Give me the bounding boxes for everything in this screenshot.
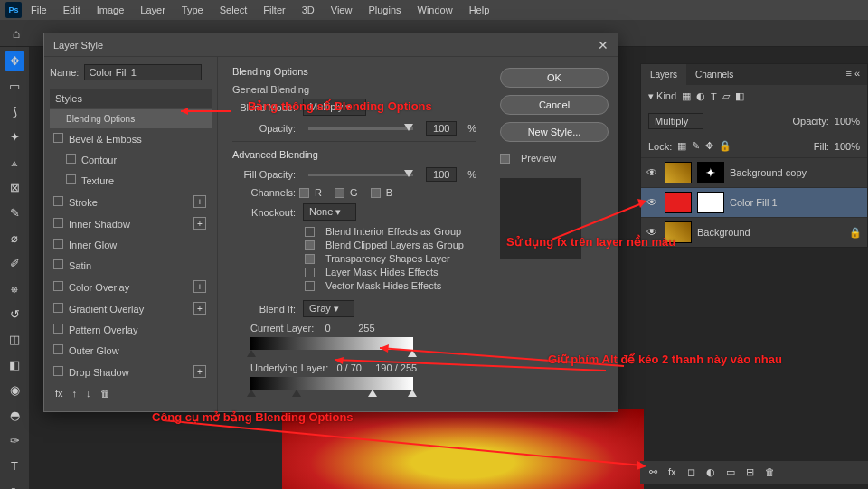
current-black-slider[interactable] <box>247 350 256 357</box>
history-brush-icon[interactable]: ↺ <box>5 304 24 324</box>
style-color-overlay[interactable]: Color Overlay+ <box>50 276 212 297</box>
marquee-tool-icon[interactable]: ▭ <box>5 76 24 96</box>
menu-3d[interactable]: 3D <box>295 2 322 18</box>
style-stroke[interactable]: Stroke+ <box>50 191 212 212</box>
path-tool-icon[interactable]: ↖ <box>5 481 24 489</box>
mask-button-icon[interactable]: ◻ <box>687 466 695 478</box>
underlying-white-slider-2[interactable] <box>408 390 417 397</box>
down-arrow-icon[interactable]: ↓ <box>86 388 91 399</box>
stamp-tool-icon[interactable]: ⎈ <box>5 278 24 298</box>
underlying-black-slider-1[interactable] <box>247 390 256 397</box>
panel-menu-icon[interactable]: ≡ « <box>838 64 867 85</box>
add-color-overlay-icon[interactable]: + <box>193 280 206 293</box>
lock-transparent-icon[interactable]: ▦ <box>677 140 686 152</box>
cb-clipped-layers[interactable] <box>305 240 315 250</box>
new-layer-icon[interactable]: ⊞ <box>746 466 754 478</box>
style-inner-glow[interactable]: Inner Glow <box>50 234 212 255</box>
tab-channels[interactable]: Channels <box>686 64 742 85</box>
home-icon[interactable]: ⌂ <box>7 24 25 42</box>
gradient-tool-icon[interactable]: ◧ <box>5 354 24 374</box>
style-bevel[interactable]: Bevel & Emboss <box>50 128 212 149</box>
close-icon[interactable]: ✕ <box>598 38 609 52</box>
underlying-black-slider-2[interactable] <box>292 390 301 397</box>
fx-icon[interactable]: fx <box>55 388 63 399</box>
style-inner-shadow[interactable]: Inner Shadow+ <box>50 212 212 234</box>
eyedropper-tool-icon[interactable]: ✎ <box>5 202 24 222</box>
style-gradient-overlay[interactable]: Gradient Overlay+ <box>50 297 212 319</box>
type-tool-icon[interactable]: T <box>5 456 24 475</box>
wand-tool-icon[interactable]: ✦ <box>5 127 24 146</box>
cb-layer-mask-hides[interactable] <box>305 268 315 277</box>
lock-all-icon[interactable]: 🔒 <box>719 140 731 152</box>
channel-r-checkbox[interactable] <box>299 188 309 198</box>
add-inner-shadow-icon[interactable]: + <box>193 217 206 230</box>
layer-name-input[interactable] <box>84 64 202 80</box>
opacity-input[interactable] <box>426 121 457 136</box>
style-texture[interactable]: Texture <box>50 170 212 191</box>
cancel-button[interactable]: Cancel <box>500 95 609 115</box>
menu-layer[interactable]: Layer <box>133 2 173 18</box>
style-satin[interactable]: Satin <box>50 255 212 276</box>
lock-position-icon[interactable]: ✥ <box>705 140 713 152</box>
lock-pixels-icon[interactable]: ✎ <box>692 140 700 152</box>
cb-transparency-shapes[interactable] <box>305 254 315 264</box>
style-pattern-overlay[interactable]: Pattern Overlay <box>50 319 212 340</box>
trash-icon[interactable]: 🗑 <box>100 388 110 399</box>
lasso-tool-icon[interactable]: ⟆ <box>5 101 24 121</box>
menu-select[interactable]: Select <box>212 2 255 18</box>
channel-b-checkbox[interactable] <box>371 188 381 198</box>
layer-blend-mode[interactable]: Multiply <box>648 113 703 129</box>
style-drop-shadow[interactable]: Drop Shadow+ <box>50 361 212 382</box>
layer-background-copy[interactable]: 👁 ✦ Background copy <box>641 157 867 187</box>
blur-tool-icon[interactable]: ◉ <box>5 380 24 400</box>
style-outer-glow[interactable]: Outer Glow <box>50 340 212 361</box>
blendif-select[interactable]: Gray ▾ <box>303 300 354 317</box>
add-drop-shadow-icon[interactable]: + <box>193 365 206 378</box>
menu-file[interactable]: File <box>24 2 54 18</box>
filter-image-icon[interactable]: ▦ <box>682 90 691 102</box>
underlying-white-slider-1[interactable] <box>368 390 377 397</box>
fill-opacity-slider[interactable] <box>308 174 413 176</box>
dodge-tool-icon[interactable]: ◓ <box>5 405 24 425</box>
cb-interior-effects[interactable] <box>305 227 315 237</box>
fx-button-icon[interactable]: fx <box>668 466 676 478</box>
menu-view[interactable]: View <box>324 2 360 18</box>
crop-tool-icon[interactable]: ⟁ <box>5 152 24 172</box>
ok-button[interactable]: OK <box>500 68 609 88</box>
style-contour[interactable]: Contour <box>50 149 212 170</box>
filter-smart-icon[interactable]: ◧ <box>735 90 744 102</box>
new-style-button[interactable]: New Style... <box>500 122 609 142</box>
add-stroke-icon[interactable]: + <box>193 195 206 208</box>
underlying-layer-gradient[interactable] <box>250 377 413 390</box>
layer-opacity-value[interactable]: 100% <box>835 116 860 127</box>
layer-color-fill[interactable]: 👁 Color Fill 1 <box>641 187 867 217</box>
move-tool-icon[interactable]: ✥ <box>5 51 24 71</box>
channel-g-checkbox[interactable] <box>335 188 344 198</box>
eraser-tool-icon[interactable]: ◫ <box>5 329 24 349</box>
menu-filter[interactable]: Filter <box>256 2 292 18</box>
visibility-icon[interactable]: 👁 <box>646 166 659 179</box>
kind-filter[interactable]: ▾ Kind <box>648 90 676 102</box>
pen-tool-icon[interactable]: ✑ <box>5 430 24 450</box>
menu-edit[interactable]: Edit <box>56 2 88 18</box>
adjustment-layer-icon[interactable]: ◐ <box>706 466 715 478</box>
tab-layers[interactable]: Layers <box>641 64 686 85</box>
filter-shape-icon[interactable]: ▱ <box>722 90 730 102</box>
menu-help[interactable]: Help <box>462 2 497 18</box>
knockout-select[interactable]: None ▾ <box>303 203 356 221</box>
delete-layer-icon[interactable]: 🗑 <box>765 466 775 478</box>
preview-checkbox[interactable] <box>500 154 510 164</box>
fill-value[interactable]: 100% <box>835 141 860 152</box>
add-gradient-overlay-icon[interactable]: + <box>193 302 206 315</box>
heal-tool-icon[interactable]: ⌀ <box>5 228 24 248</box>
menu-window[interactable]: Window <box>410 2 460 18</box>
cb-vector-mask-hides[interactable] <box>305 281 315 291</box>
up-arrow-icon[interactable]: ↑ <box>72 388 78 399</box>
opacity-slider[interactable] <box>308 127 413 130</box>
menu-image[interactable]: Image <box>90 2 132 18</box>
filter-type-icon[interactable]: T <box>711 91 717 102</box>
fill-opacity-input[interactable] <box>426 167 457 182</box>
menu-type[interactable]: Type <box>175 2 211 18</box>
menu-plugins[interactable]: Plugins <box>361 2 408 18</box>
frame-tool-icon[interactable]: ⊠ <box>5 177 24 197</box>
